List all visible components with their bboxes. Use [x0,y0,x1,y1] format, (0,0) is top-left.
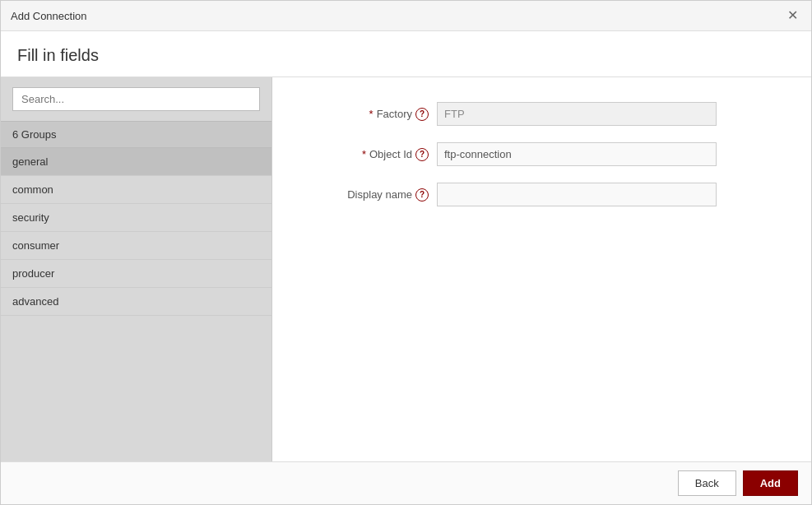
sidebar: 6 Groups general common security consume… [1,77,272,461]
groups-header: 6 Groups [1,121,271,148]
dialog-body: 6 Groups general common security consume… [1,77,811,461]
display-name-label: Display name ? [305,188,437,202]
factory-required: * [369,108,374,120]
dialog-footer: Back Add [1,461,811,504]
display-name-input[interactable] [437,183,717,206]
display-name-help-icon[interactable]: ? [415,188,429,202]
factory-input[interactable] [437,102,717,126]
dialog-header: Fill in fields [1,31,811,77]
sidebar-item-common[interactable]: common [1,176,271,204]
add-connection-dialog: Add Connection ✕ Fill in fields 6 Groups… [0,0,812,505]
object-id-label: * Object Id ? [305,148,437,161]
sidebar-item-producer[interactable]: producer [1,260,271,288]
search-input[interactable] [12,87,260,111]
object-id-required: * [362,148,366,160]
sidebar-item-security[interactable]: security [1,204,271,232]
page-title: Fill in fields [17,46,99,64]
factory-label: * Factory ? [305,108,437,121]
add-button[interactable]: Add [743,470,798,496]
object-id-row: * Object Id ? [305,142,778,166]
back-button[interactable]: Back [678,470,736,496]
group-list: general common security consumer produce… [1,148,271,461]
sidebar-item-consumer[interactable]: consumer [1,232,271,260]
factory-row: * Factory ? [305,102,778,126]
sidebar-item-advanced[interactable]: advanced [1,288,271,316]
object-id-help-icon[interactable]: ? [415,148,429,161]
factory-help-icon[interactable]: ? [415,108,429,121]
search-container [1,77,271,121]
close-button[interactable]: ✕ [784,7,801,24]
form-content: * Factory ? * Object Id ? Display name [272,77,811,461]
object-id-input[interactable] [437,142,717,166]
dialog-title: Add Connection [11,10,87,22]
sidebar-item-general[interactable]: general [1,148,271,176]
display-name-row: Display name ? [305,183,778,206]
dialog-titlebar: Add Connection ✕ [1,1,811,31]
